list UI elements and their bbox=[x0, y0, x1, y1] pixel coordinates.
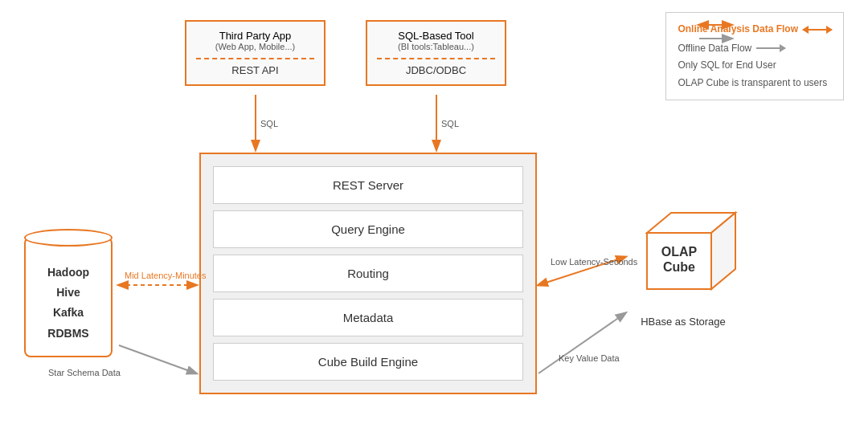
olap-cube-box: OLAP Cube HBase as Storage bbox=[627, 205, 739, 328]
rest-api-label: REST API bbox=[196, 58, 314, 76]
svg-text:Cube: Cube bbox=[663, 260, 695, 274]
sql-tool-title: SQL-Based Tool bbox=[377, 30, 495, 42]
third-party-box: Third Party App (Web App, Mobile...) RES… bbox=[185, 20, 326, 86]
mid-latency-label: Mid Latency-Minutes bbox=[125, 271, 207, 280]
svg-text:OLAP: OLAP bbox=[661, 245, 698, 259]
cube-build-row: Cube Build Engine bbox=[213, 343, 523, 381]
kafka-label: Kafka bbox=[34, 303, 103, 323]
diagram: Online Analysis Data Flow Offline Data F… bbox=[0, 0, 868, 428]
hadoop-label: Hadoop bbox=[34, 263, 103, 283]
legend-sql-note: Only SQL for End User bbox=[678, 57, 832, 75]
star-schema-label: Star Schema Data bbox=[48, 368, 121, 377]
hadoop-cylinder: Hadoop Hive Kafka RDBMS bbox=[24, 229, 113, 357]
low-latency-label: Low Latency-Seconds bbox=[551, 257, 638, 267]
jdbc-label: JDBC/ODBC bbox=[377, 58, 495, 76]
third-party-title: Third Party App bbox=[196, 30, 314, 42]
cylinder-top bbox=[24, 229, 113, 247]
rest-server-row: REST Server bbox=[213, 166, 523, 204]
routing-row: Routing bbox=[213, 255, 523, 292]
legend-online-label: Online Analysis Data Flow bbox=[678, 21, 832, 39]
hbase-label: HBase as Storage bbox=[627, 316, 739, 328]
third-party-subtitle: (Web App, Mobile...) bbox=[196, 42, 314, 51]
legend-offline-label: Offline Data Flow bbox=[678, 40, 832, 58]
sql-tool-box: SQL-Based Tool (BI tools:Tableau...) JDB… bbox=[366, 20, 506, 86]
hive-label: Hive bbox=[34, 283, 103, 303]
key-value-label: Key Value Data bbox=[559, 353, 620, 363]
star-schema-arrow bbox=[119, 345, 196, 373]
low-latency-arrow bbox=[538, 257, 625, 285]
metadata-row: Metadata bbox=[213, 299, 523, 336]
key-value-arrow bbox=[538, 313, 625, 373]
sql-label-2: SQL bbox=[441, 119, 459, 128]
legend-box: Online Analysis Data Flow Offline Data F… bbox=[665, 12, 844, 100]
query-engine-row: Query Engine bbox=[213, 210, 523, 248]
engine-container: REST Server Query Engine Routing Metadat… bbox=[199, 153, 537, 394]
cylinder-body: Hadoop Hive Kafka RDBMS bbox=[24, 237, 113, 357]
rdbms-label: RDBMS bbox=[34, 324, 103, 344]
sql-label-1: SQL bbox=[260, 119, 278, 128]
legend-olap-note: OLAP Cube is transparent to users bbox=[678, 75, 832, 92]
sql-tool-subtitle: (BI tools:Tableau...) bbox=[377, 42, 495, 51]
